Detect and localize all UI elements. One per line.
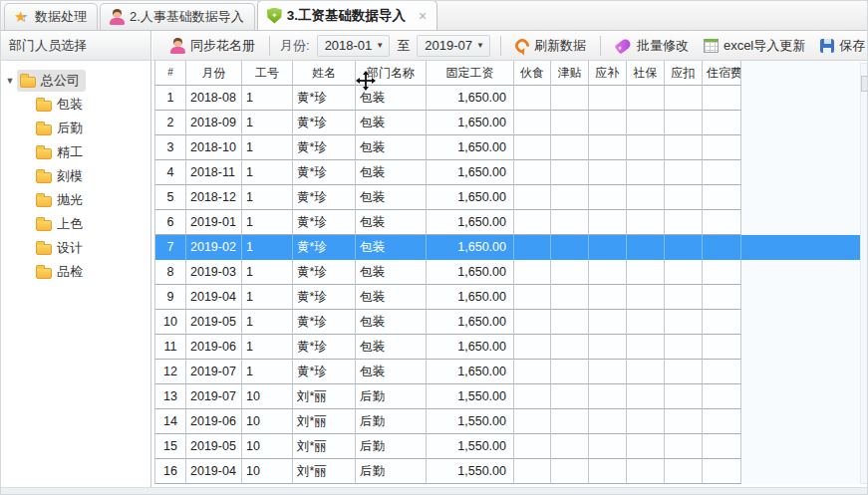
cell-name[interactable]: 黄*珍 (293, 335, 356, 360)
cell-deduction[interactable] (665, 285, 703, 310)
cell-lodging[interactable] (703, 111, 741, 135)
cell-dept[interactable]: 后勤 (356, 409, 427, 434)
cell-allowance[interactable] (551, 185, 589, 210)
cell-deduction[interactable] (665, 260, 703, 285)
cell-index[interactable]: 7 (154, 235, 186, 260)
column-header-social-insurance[interactable]: 社保 (627, 61, 665, 86)
cell-month[interactable]: 2019-02 (186, 235, 242, 260)
tree-node-上色[interactable]: 上色 (1, 212, 150, 236)
cell-lodging[interactable] (703, 210, 741, 235)
table-row-3[interactable]: 32018-101黄*珍包装1,650.00 (154, 135, 861, 160)
tree-node-root-inner[interactable]: 总公司 (17, 70, 86, 92)
cell-deduction[interactable] (665, 360, 703, 384)
cell-name[interactable]: 黄*珍 (293, 210, 356, 235)
vertical-scrollbar[interactable] (860, 63, 868, 484)
cell-emp-no[interactable]: 1 (242, 160, 293, 185)
cell-dept[interactable]: 包装 (356, 185, 427, 210)
cell-name[interactable]: 黄*珍 (293, 160, 356, 185)
cell-name[interactable]: 黄*珍 (293, 111, 356, 135)
cell-supplement[interactable] (589, 459, 627, 484)
cell-allowance[interactable] (551, 260, 589, 285)
cell-lodging[interactable] (703, 86, 741, 111)
cell-month[interactable]: 2019-06 (186, 335, 242, 360)
cell-food[interactable] (514, 210, 551, 235)
cell-name[interactable]: 刘*丽 (293, 384, 356, 409)
cell-index[interactable]: 10 (154, 310, 186, 335)
cell-allowance[interactable] (551, 285, 589, 310)
cell-deduction[interactable] (665, 384, 703, 409)
cell-food[interactable] (514, 260, 551, 285)
table-row-13[interactable]: 132019-0710刘*丽后勤1,550.00 (154, 384, 861, 409)
cell-name[interactable]: 黄*珍 (293, 185, 356, 210)
cell-allowance[interactable] (551, 335, 589, 360)
cell-month[interactable]: 2019-04 (186, 459, 242, 484)
cell-name[interactable]: 黄*珍 (293, 86, 356, 111)
cell-social-insurance[interactable] (627, 86, 665, 111)
month-to-dropdown[interactable]: 2019-07 ▼ (417, 35, 490, 57)
cell-index[interactable]: 11 (154, 335, 186, 360)
tree-node-inner[interactable]: 包装 (33, 94, 89, 116)
cell-deduction[interactable] (665, 86, 703, 111)
cell-name[interactable]: 刘*丽 (293, 459, 356, 484)
cell-supplement[interactable] (589, 135, 627, 160)
cell-food[interactable] (514, 135, 551, 160)
cell-index[interactable]: 12 (154, 360, 186, 384)
cell-index[interactable]: 1 (154, 86, 186, 111)
table-row-8[interactable]: 82019-031黄*珍包装1,650.00 (154, 260, 861, 285)
cell-fixed-salary[interactable]: 1,550.00 (427, 434, 514, 459)
cell-food[interactable] (514, 235, 551, 260)
cell-fixed-salary[interactable]: 1,550.00 (427, 384, 514, 409)
cell-dept[interactable]: 包装 (356, 86, 427, 111)
tree-node-包装[interactable]: 包装 (1, 93, 150, 117)
cell-fixed-salary[interactable]: 1,550.00 (427, 409, 514, 434)
cell-food[interactable] (514, 434, 551, 459)
cell-supplement[interactable] (589, 409, 627, 434)
cell-emp-no[interactable]: 1 (242, 210, 293, 235)
cell-emp-no[interactable]: 10 (242, 459, 293, 484)
cell-index[interactable]: 5 (154, 185, 186, 210)
cell-allowance[interactable] (551, 360, 589, 384)
cell-social-insurance[interactable] (627, 235, 665, 260)
cell-deduction[interactable] (665, 185, 703, 210)
cell-lodging[interactable] (703, 135, 741, 160)
cell-name[interactable]: 黄*珍 (293, 260, 356, 285)
cell-name[interactable]: 黄*珍 (293, 360, 356, 384)
column-header-fixed-salary[interactable]: 固定工资 (427, 61, 514, 86)
cell-lodging[interactable] (703, 185, 741, 210)
cell-index[interactable]: 15 (154, 434, 186, 459)
table-row-1[interactable]: 12018-081黄*珍包装1,650.00 (154, 86, 861, 111)
column-header-deduction[interactable]: 应扣 (665, 61, 703, 86)
cell-dept[interactable]: 包装 (356, 160, 427, 185)
table-row-4[interactable]: 42018-111黄*珍包装1,650.00 (154, 160, 861, 185)
cell-supplement[interactable] (589, 160, 627, 185)
cell-month[interactable]: 2019-04 (186, 285, 242, 310)
month-from-dropdown[interactable]: 2018-01 ▼ (317, 35, 391, 57)
cell-lodging[interactable] (703, 459, 741, 484)
cell-supplement[interactable] (589, 434, 627, 459)
table-row-14[interactable]: 142019-0610刘*丽后勤1,550.00 (154, 409, 861, 434)
cell-lodging[interactable] (703, 310, 741, 335)
cell-index[interactable]: 2 (154, 111, 186, 135)
cell-food[interactable] (514, 285, 551, 310)
cell-food[interactable] (514, 335, 551, 360)
cell-month[interactable]: 2019-07 (186, 384, 242, 409)
column-header-food[interactable]: 伙食 (514, 61, 551, 86)
column-header-month[interactable]: 月份 (186, 61, 242, 86)
tree-node-精工[interactable]: 精工 (1, 140, 150, 164)
cell-food[interactable] (514, 459, 551, 484)
column-header-index[interactable]: # (154, 61, 186, 86)
cell-dept[interactable]: 包装 (356, 210, 427, 235)
cell-name[interactable]: 黄*珍 (293, 310, 356, 335)
cell-month[interactable]: 2018-11 (186, 160, 242, 185)
cell-fixed-salary[interactable]: 1,650.00 (427, 210, 514, 235)
cell-social-insurance[interactable] (627, 360, 665, 384)
table-row-12[interactable]: 122019-071黄*珍包装1,650.00 (154, 360, 861, 384)
cell-deduction[interactable] (665, 459, 703, 484)
cell-emp-no[interactable]: 1 (242, 260, 293, 285)
cell-emp-no[interactable]: 1 (242, 185, 293, 210)
cell-month[interactable]: 2019-07 (186, 360, 242, 384)
cell-social-insurance[interactable] (627, 160, 665, 185)
table-row-16[interactable]: 162019-0410刘*丽后勤1,550.00 (154, 459, 861, 484)
cell-social-insurance[interactable] (627, 434, 665, 459)
cell-dept[interactable]: 包装 (356, 235, 427, 260)
